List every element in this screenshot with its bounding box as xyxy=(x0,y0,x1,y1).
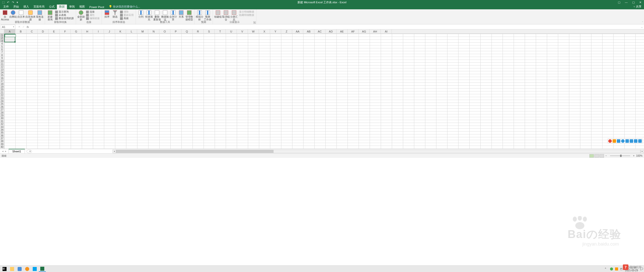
zoom-in-button[interactable]: + xyxy=(632,154,636,157)
row-header[interactable]: 38 xyxy=(0,140,4,143)
float-tool-4[interactable] xyxy=(621,139,625,143)
row-header[interactable]: 4 xyxy=(0,42,4,45)
row-header[interactable]: 11 xyxy=(0,62,4,65)
tray-clock[interactable]: 10:31:16 2021-03-29 xyxy=(625,266,638,272)
cells-area[interactable] xyxy=(4,34,644,149)
from-access-button[interactable]: 自 Access xyxy=(1,10,9,21)
advanced-filter-button[interactable]: 高级 xyxy=(120,17,134,20)
active-cell[interactable] xyxy=(5,34,16,37)
column-header[interactable]: G xyxy=(71,29,82,33)
tray-ime-icon[interactable]: 巴 xyxy=(620,267,623,270)
row-header[interactable]: 16 xyxy=(0,77,4,80)
normal-view-button[interactable] xyxy=(589,154,594,158)
column-header[interactable]: W xyxy=(248,29,259,33)
add-sheet-button[interactable]: + xyxy=(26,150,32,153)
column-header[interactable]: U xyxy=(226,29,237,33)
cortana-button[interactable] xyxy=(24,266,31,272)
floating-toolbar[interactable] xyxy=(608,139,642,144)
row-header[interactable]: 2 xyxy=(0,37,4,39)
row-header[interactable]: 14 xyxy=(0,71,4,74)
from-web-button[interactable]: 自网站 xyxy=(9,10,17,19)
hscroll-thumb[interactable] xyxy=(116,150,274,153)
from-text-button[interactable]: 自文本 xyxy=(17,10,25,19)
tab-insert[interactable]: 插入 xyxy=(21,4,31,9)
undo-icon[interactable]: ↶ xyxy=(7,1,9,4)
redo-icon[interactable]: ↷ xyxy=(12,1,14,4)
float-tool-7[interactable] xyxy=(634,139,637,143)
column-header[interactable]: A xyxy=(4,29,15,33)
float-tool-1[interactable] xyxy=(608,139,612,143)
ungroup-button[interactable]: 取消组合 xyxy=(222,10,230,21)
column-header[interactable]: J xyxy=(104,29,115,33)
column-header[interactable]: K xyxy=(115,29,126,33)
column-header[interactable]: F xyxy=(60,29,71,33)
column-header[interactable]: R xyxy=(193,29,204,33)
tray-up-icon[interactable]: ^ xyxy=(605,267,608,270)
tab-formula[interactable]: 公式 xyxy=(47,4,57,9)
row-header[interactable]: 19 xyxy=(0,85,4,88)
tab-view[interactable]: 视图 xyxy=(77,4,87,9)
name-box[interactable]: A1▾ xyxy=(1,25,15,29)
tab-powerpivot[interactable]: Power Pivot xyxy=(87,5,106,9)
column-header[interactable]: AB xyxy=(303,29,314,33)
edge-button[interactable] xyxy=(16,266,23,272)
column-header[interactable]: C xyxy=(26,29,37,33)
row-header[interactable]: 33 xyxy=(0,126,4,128)
row-header[interactable]: 13 xyxy=(0,68,4,71)
tray-notification-icon[interactable]: 💬 xyxy=(640,267,643,270)
existing-conn-button[interactable]: 现有连接 xyxy=(36,10,44,21)
scroll-right-icon[interactable]: ▸ xyxy=(640,150,644,153)
scroll-left-icon[interactable]: ◂ xyxy=(112,150,116,153)
tab-review[interactable]: 审阅 xyxy=(67,4,77,9)
zoom-thumb[interactable] xyxy=(620,155,622,157)
column-header[interactable]: Z xyxy=(281,29,292,33)
column-header[interactable]: Q xyxy=(181,29,193,33)
tray-wechat-icon[interactable] xyxy=(610,267,613,270)
row-header[interactable]: 10 xyxy=(0,60,4,62)
column-header[interactable]: B xyxy=(15,29,26,33)
row-header[interactable]: 26 xyxy=(0,106,4,108)
float-tool-8[interactable] xyxy=(638,139,642,143)
row-header[interactable]: 29 xyxy=(0,114,4,117)
excel-taskbar-button[interactable] xyxy=(39,266,46,272)
tab-home[interactable]: 开始 xyxy=(11,4,21,9)
consolidate-button[interactable]: 合并计算 xyxy=(169,10,177,21)
flash-fill-button[interactable]: 快速填充 xyxy=(145,10,153,21)
row-header[interactable]: 34 xyxy=(0,128,4,131)
row-header[interactable]: 1 xyxy=(0,34,4,37)
row-header[interactable]: 22 xyxy=(0,94,4,97)
row-header[interactable]: 12 xyxy=(0,65,4,68)
row-header[interactable]: 36 xyxy=(0,134,4,137)
column-header[interactable]: AE xyxy=(336,29,348,33)
tab-file[interactable]: 文件 xyxy=(1,4,11,9)
new-query-button[interactable]: 新建 查询 xyxy=(46,10,54,21)
row-header[interactable]: 27 xyxy=(0,108,4,111)
save-icon[interactable]: ⬚ xyxy=(2,1,5,4)
refresh-all-button[interactable]: 全部刷新 xyxy=(77,10,85,21)
row-header[interactable]: 31 xyxy=(0,120,4,123)
page-layout-view-button[interactable] xyxy=(594,154,599,158)
row-header[interactable]: 28 xyxy=(0,111,4,114)
row-header[interactable]: 20 xyxy=(0,88,4,91)
file-explorer-button[interactable] xyxy=(9,266,16,272)
row-header[interactable]: 30 xyxy=(0,117,4,120)
expand-formula-bar-icon[interactable]: ⌄ xyxy=(640,26,644,28)
column-header[interactable]: AC xyxy=(314,29,325,33)
column-header[interactable]: D xyxy=(37,29,49,33)
share-button[interactable]: ♀ 共享 xyxy=(631,4,644,9)
sheet-nav-next-icon[interactable]: ▸ xyxy=(5,150,7,153)
sheet-tab[interactable]: Sheet1 xyxy=(9,149,25,153)
fx-icon[interactable]: fx xyxy=(27,25,29,28)
ribbon-options-icon[interactable]: ▢ xyxy=(618,1,620,4)
zoom-slider[interactable] xyxy=(610,155,630,156)
row-header[interactable]: 15 xyxy=(0,74,4,77)
select-all-corner[interactable] xyxy=(0,29,4,33)
zoom-out-button[interactable]: − xyxy=(604,154,608,157)
connections-button[interactable]: 连接 xyxy=(86,10,100,13)
page-break-view-button[interactable] xyxy=(599,154,604,158)
row-header[interactable]: 40 xyxy=(0,146,4,148)
column-header[interactable]: AG xyxy=(359,29,370,33)
data-model-button[interactable]: 管理数 据模型 xyxy=(185,10,193,21)
group-button[interactable]: 创建组 xyxy=(214,10,222,19)
forecast-button[interactable]: 预测 工作表 xyxy=(204,10,212,21)
